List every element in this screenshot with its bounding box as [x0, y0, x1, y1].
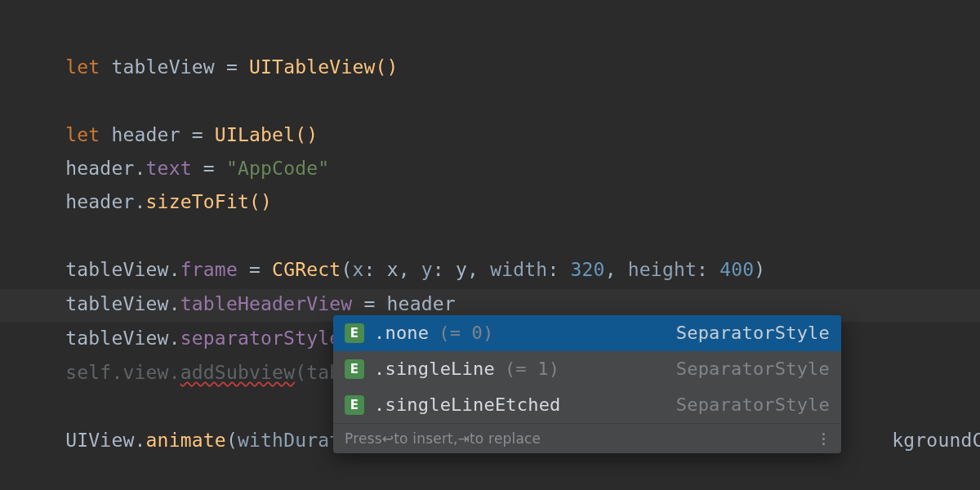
hint-text: to replace [470, 422, 541, 453]
enter-key-icon: ↩ [382, 422, 394, 453]
tab-key-icon: ⇥ [458, 422, 470, 453]
paren-open: ( [226, 430, 238, 451]
method-call: animate [146, 430, 226, 451]
autocomplete-item-value: (= 0) [439, 317, 493, 350]
object-ref: header. [65, 191, 145, 212]
autocomplete-item-value: (= 1) [505, 353, 559, 385]
method-call-error: addSubview [180, 362, 295, 383]
autocomplete-item-name: .singleLineEtched [374, 389, 561, 421]
autocomplete-item[interactable]: E .singleLineEtched SeparatorStyle [333, 387, 841, 423]
arg-label: withDurat [238, 430, 341, 451]
more-options-icon[interactable] [817, 433, 830, 445]
hint-text: to insert, [394, 422, 457, 453]
number-literal: 320 [571, 259, 605, 280]
keyword-self: self [65, 362, 111, 383]
identifier: header [387, 293, 456, 314]
member-access: .view. [111, 362, 180, 383]
identifier: tableView [100, 56, 226, 78]
autocomplete-item-type: SeparatorStyle [676, 317, 830, 350]
enum-badge-icon: E [345, 395, 364, 415]
colon: : [697, 259, 719, 280]
enum-badge-icon: E [345, 323, 364, 343]
type-name: UIView. [65, 430, 145, 451]
comma: , [467, 259, 490, 280]
colon: : [547, 259, 570, 280]
keyword-let: let [65, 56, 100, 78]
number-literal: 400 [719, 259, 754, 280]
enum-badge-icon: E [345, 359, 364, 379]
identifier-tail: kgroundColor [892, 430, 980, 451]
code-editor[interactable]: let tableView = UITableView() let header… [0, 0, 980, 490]
autocomplete-item-name: .none [374, 317, 429, 350]
autocomplete-item-type: SeparatorStyle [676, 389, 830, 421]
code-line: UIView.animate(withDurat [20, 391, 341, 489]
arg-value: y [456, 259, 467, 280]
autocomplete-item[interactable]: E .singleLine (= 1) SeparatorStyle [333, 351, 841, 387]
autocomplete-popup[interactable]: E .none (= 0) SeparatorStyle E .singleLi… [333, 315, 841, 453]
comma: , [605, 259, 628, 280]
equals: = [226, 56, 249, 78]
paren-close: ) [754, 259, 765, 280]
type-call: UITableView() [249, 56, 399, 78]
arg-label: width [490, 259, 547, 280]
hint-text: Press [345, 422, 382, 453]
autocomplete-item-name: .singleLine [374, 353, 495, 385]
method-call: sizeToFit() [146, 191, 273, 212]
autocomplete-item-type: SeparatorStyle [676, 353, 830, 385]
autocomplete-hint: Press ↩ to insert, ⇥ to replace [333, 423, 841, 453]
paren-open: ( [295, 362, 306, 383]
code-line-tail: kgroundColor [846, 391, 980, 489]
arg-label: height [628, 259, 697, 280]
autocomplete-item-selected[interactable]: E .none (= 0) SeparatorStyle [333, 315, 841, 351]
